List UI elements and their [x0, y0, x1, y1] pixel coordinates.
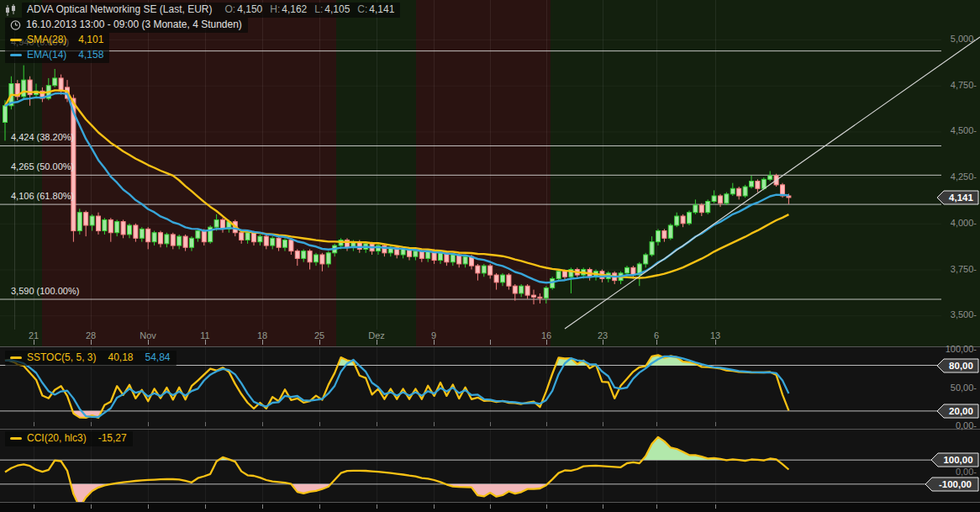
price-axis-label: 4,250- — [930, 172, 977, 182]
fibonacci-level-label: 3,590 (100.00%) — [11, 286, 79, 296]
candle-down — [289, 240, 293, 251]
candle-down — [121, 222, 125, 235]
candle-up — [326, 253, 330, 264]
candle-up — [152, 233, 156, 242]
candle-down — [756, 181, 760, 188]
candle-down — [488, 266, 493, 275]
candle-down — [681, 216, 685, 224]
candle-up — [245, 233, 250, 240]
time-axis-label: 25 — [303, 330, 336, 340]
sstoc-label: SSTOC(5, 5, 3) — [27, 351, 96, 364]
header-row: ADVA Optical Networking SE (Last, EUR) O… — [5, 3, 400, 18]
candle-down — [264, 236, 268, 245]
ema-label: EMA(14) — [27, 49, 66, 61]
candle-down — [382, 245, 387, 253]
sma-label: SMA(28) — [27, 34, 66, 46]
close-label: C: — [357, 3, 367, 16]
candle-down — [134, 225, 138, 238]
cci-axis-label: 0,00- — [930, 467, 977, 478]
last-price-tag: 4,141 — [936, 190, 979, 205]
ema-value: 4,158 — [78, 49, 103, 61]
candle-up — [258, 236, 262, 242]
svg-text:-100,00: -100,00 — [939, 479, 972, 489]
candle-down — [662, 231, 667, 239]
candle-up — [761, 179, 766, 188]
candle-down — [84, 213, 88, 225]
candlestick-chart-icon — [5, 4, 17, 17]
sstoc-k-value: 40,18 — [108, 351, 133, 364]
candle-down — [494, 275, 498, 282]
candle-down — [320, 255, 324, 264]
candle-down — [97, 216, 101, 231]
period-chip: 16.10.2013 13:00 - 09:00 (3 Monate, 4 St… — [5, 18, 248, 33]
candle-up — [214, 219, 219, 227]
candle-up — [439, 253, 443, 261]
high-label: H: — [270, 3, 280, 16]
candle-up — [190, 238, 194, 247]
sstoc-d-value: 54,84 — [145, 351, 171, 364]
candle-up — [165, 235, 169, 244]
downtrend-band — [416, 0, 551, 346]
candle-up — [463, 256, 467, 264]
time-axis-label: 16 — [530, 330, 563, 340]
svg-text:80,00: 80,00 — [949, 361, 973, 371]
candle-up — [644, 255, 648, 264]
candle-up — [90, 216, 94, 225]
candle-down — [532, 295, 536, 297]
sstoc-axis-label: 0,00- — [930, 420, 977, 431]
candle-up — [77, 213, 82, 231]
trend-line — [565, 37, 980, 329]
low-value: 4,105 — [324, 3, 350, 16]
sstoc-legend[interactable]: SSTOC(5, 5, 3) 40,18 54,84 — [5, 351, 177, 366]
cci-value: -15,27 — [98, 432, 127, 445]
candle-up — [450, 255, 455, 262]
candle-down — [513, 286, 517, 293]
period-text: 16.10.2013 13:00 - 09:00 (3 Monate, 4 St… — [26, 18, 242, 31]
candle-down — [202, 231, 206, 242]
candle-up — [730, 188, 735, 194]
candle-down — [221, 219, 225, 229]
cci-dash — [10, 437, 22, 440]
candle-down — [538, 297, 542, 298]
candle-up — [750, 181, 754, 187]
time-axis-label: Dez — [360, 330, 393, 340]
candle-down — [240, 233, 244, 240]
candle-down — [476, 266, 480, 273]
cci-legend[interactable]: CCI(20, hlc3) -15,27 — [5, 431, 133, 446]
time-axis-label: 21 — [17, 330, 50, 340]
candle-down — [719, 196, 723, 203]
fibonacci-level-label: 4,106 (61.80%) — [11, 191, 74, 201]
candle-up — [556, 272, 561, 279]
ema-legend[interactable]: EMA(14) 4,158 — [5, 48, 109, 63]
candle-up — [115, 222, 119, 233]
candle-up — [401, 249, 405, 255]
sma-legend[interactable]: SMA(28) 4,101 — [5, 33, 109, 48]
time-axis-label: Nov — [131, 330, 165, 340]
time-axis-label: 23 — [586, 330, 619, 340]
sstoc-threshold-tag: 80,00 — [936, 358, 979, 373]
candle-down — [183, 236, 187, 247]
time-axis-label: 13 — [698, 330, 732, 340]
instrument-header: ADVA Optical Networking SE (Last, EUR) O… — [22, 3, 400, 18]
chart-canvas[interactable] — [0, 0, 980, 512]
candle-up — [519, 286, 524, 293]
candle-up — [650, 242, 654, 255]
candle-down — [146, 229, 150, 241]
candle-up — [196, 231, 200, 239]
clock-icon — [10, 19, 21, 31]
fibonacci-level-label: 4,265 (50.00%) — [11, 161, 74, 172]
open-value: 4,150 — [237, 3, 262, 16]
candle-down — [525, 286, 530, 295]
candle-down — [563, 272, 567, 277]
candle-down — [277, 238, 281, 247]
candle-up — [140, 229, 144, 238]
candle-up — [271, 238, 275, 245]
ohlc-readout: O:4,150 H:4,162 L:4,105 C:4,141 — [218, 3, 395, 16]
candle-up — [625, 267, 630, 273]
svg-text:4,141: 4,141 — [949, 193, 973, 203]
svg-text:100,00: 100,00 — [943, 455, 972, 465]
candle-up — [743, 187, 747, 196]
sstoc-axis-label: 100,00- — [930, 344, 977, 355]
fibonacci-level-label: 4,424 (38.20%) — [11, 132, 74, 142]
price-axis-label: 3,500- — [930, 309, 977, 320]
